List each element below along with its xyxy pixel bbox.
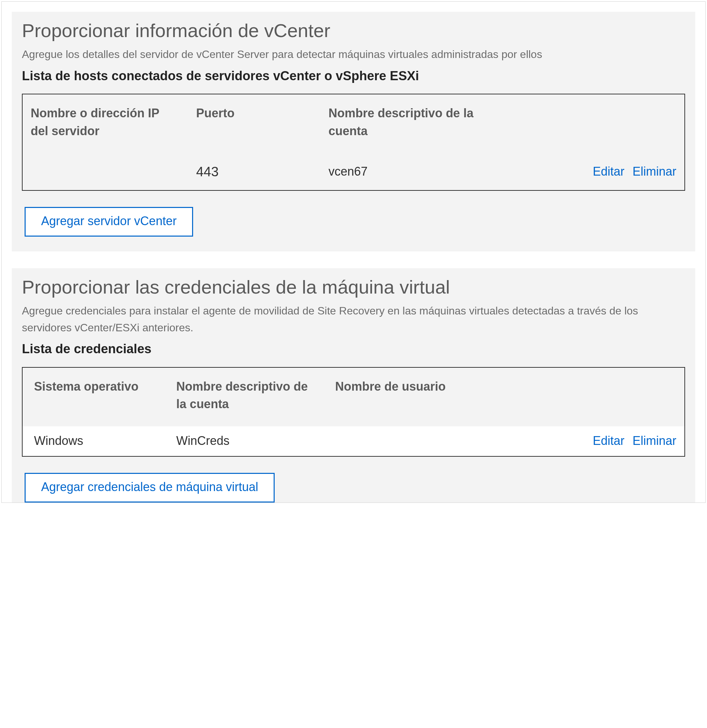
col-header-os: Sistema operativo: [23, 368, 168, 426]
port-value: 443: [196, 164, 219, 179]
cell-actions: Editar Eliminar: [506, 155, 684, 190]
table-header-row: Nombre o dirección IP del servidor Puert…: [23, 94, 684, 155]
col-header-actions: [512, 368, 684, 426]
cell-server: [23, 155, 188, 190]
col-header-actions: [506, 94, 684, 155]
cell-actions: Editar Eliminar: [512, 426, 684, 456]
delete-link[interactable]: Eliminar: [632, 434, 676, 448]
col-header-friendly: Nombre descriptivo de la cuenta: [168, 368, 327, 426]
add-vm-creds-button[interactable]: Agregar credenciales de máquina virtual: [25, 473, 275, 503]
vm-creds-section: Proporcionar las credenciales de la máqu…: [12, 268, 695, 503]
edit-link[interactable]: Editar: [593, 165, 625, 178]
delete-link[interactable]: Eliminar: [632, 165, 676, 178]
vcenter-title: Proporcionar información de vCenter: [22, 20, 685, 42]
cell-friendly: WinCreds: [168, 426, 327, 456]
vcenter-description: Agregue los detalles del servidor de vCe…: [22, 46, 685, 63]
vm-creds-title: Proporcionar las credenciales de la máqu…: [22, 276, 685, 298]
cell-user: [327, 426, 512, 456]
table-row: 443 vcen67 Editar Eliminar: [23, 155, 684, 190]
vcenter-section: Proporcionar información de vCenter Agre…: [12, 12, 695, 251]
col-header-server: Nombre o dirección IP del servidor: [23, 94, 188, 155]
cell-os: Windows: [23, 426, 168, 456]
vm-creds-table: Sistema operativo Nombre descriptivo de …: [22, 367, 685, 457]
vm-creds-description: Agregue credenciales para instalar el ag…: [22, 303, 685, 336]
vcenter-table: Nombre o dirección IP del servidor Puert…: [22, 94, 685, 191]
cell-friendly: vcen67: [320, 155, 506, 190]
cell-port: 443: [188, 155, 320, 190]
edit-link[interactable]: Editar: [593, 434, 625, 448]
vm-creds-list-title: Lista de credenciales: [22, 341, 685, 357]
col-header-port: Puerto: [188, 94, 320, 155]
table-row: Windows WinCreds Editar Eliminar: [23, 426, 684, 456]
page-frame: Proporcionar información de vCenter Agre…: [1, 1, 706, 503]
col-header-user: Nombre de usuario: [327, 368, 512, 426]
vcenter-list-title: Lista de hosts conectados de servidores …: [22, 68, 685, 84]
col-header-friendly: Nombre descriptivo de la cuenta: [320, 94, 506, 155]
table-header-row: Sistema operativo Nombre descriptivo de …: [23, 368, 684, 426]
add-vcenter-button[interactable]: Agregar servidor vCenter: [25, 207, 193, 237]
